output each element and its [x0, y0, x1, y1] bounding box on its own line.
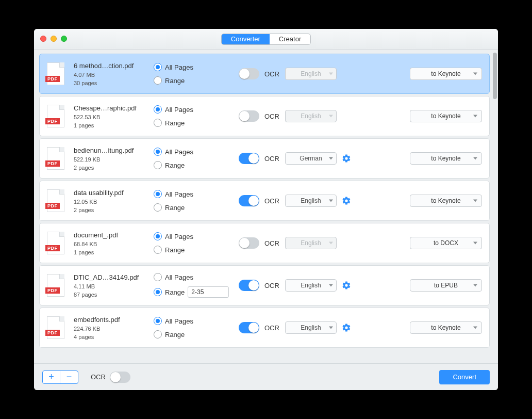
output-format-select[interactable]: to Keynote — [410, 152, 482, 165]
output-format-value: to DOCX — [434, 239, 458, 247]
output-format-select[interactable]: to Keynote — [410, 110, 482, 122]
gear-icon[interactable] — [342, 154, 351, 163]
chevron-down-icon — [329, 242, 333, 245]
remove-button[interactable]: − — [60, 371, 78, 383]
ocr-switch[interactable] — [239, 68, 259, 79]
radio-all-pages-label: All Pages — [165, 273, 193, 281]
file-row[interactable]: PDF Chesape…raphic.pdf 522.53 KB 1 pages… — [39, 96, 490, 136]
radio-range-label: Range — [165, 119, 185, 127]
footer-ocr-switch[interactable] — [110, 372, 130, 383]
file-pagecount: 4 pages — [74, 334, 154, 340]
pdf-icon: PDF — [47, 316, 64, 339]
radio-all-pages[interactable] — [154, 273, 162, 281]
radio-range-label: Range — [165, 331, 185, 339]
radio-range-label: Range — [165, 288, 185, 296]
output-format-value: to Keynote — [431, 112, 460, 120]
file-size: 4.07 MB — [74, 72, 154, 78]
file-name: DTIC_AD…34149.pdf — [74, 273, 154, 281]
radio-range[interactable] — [154, 203, 162, 212]
output-format-select[interactable]: to Keynote — [410, 195, 482, 207]
scrollbar-thumb[interactable] — [493, 53, 497, 99]
ocr-label: OCR — [264, 112, 280, 120]
radio-all-pages[interactable] — [154, 63, 162, 71]
ocr-switch[interactable] — [239, 153, 259, 164]
radio-range[interactable] — [154, 76, 162, 85]
tab-creator[interactable]: Creator — [270, 34, 310, 44]
chevron-down-icon — [329, 73, 333, 75]
ocr-language-value: English — [301, 282, 321, 289]
file-row[interactable]: PDF document_.pdf 68.84 KB 1 pages All P… — [39, 223, 490, 263]
ocr-language-select[interactable]: English — [285, 279, 337, 292]
radio-all-pages-label: All Pages — [165, 190, 193, 198]
file-row[interactable]: PDF bedienun…itung.pdf 522.19 KB 2 pages… — [39, 138, 490, 179]
pdf-icon: PDF — [47, 189, 64, 212]
add-button[interactable]: + — [43, 371, 60, 383]
output-format-select[interactable]: to Keynote — [410, 68, 482, 80]
range-input[interactable] — [188, 286, 229, 298]
file-name: Chesape…raphic.pdf — [74, 104, 154, 112]
radio-range[interactable] — [154, 288, 162, 296]
radio-range[interactable] — [154, 246, 162, 254]
ocr-language-select[interactable]: English — [285, 68, 337, 80]
chevron-down-icon — [329, 200, 333, 202]
pdf-icon: PDF — [47, 232, 64, 254]
radio-range-label: Range — [165, 246, 185, 254]
file-name: document_.pdf — [74, 231, 154, 239]
ocr-switch[interactable] — [239, 237, 259, 249]
radio-range[interactable] — [154, 330, 162, 339]
chevron-down-icon — [473, 73, 477, 75]
zoom-icon[interactable] — [61, 36, 67, 42]
ocr-controls: OCR German — [239, 152, 352, 165]
tab-converter[interactable]: Converter — [222, 34, 270, 44]
ocr-switch[interactable] — [239, 280, 259, 291]
close-icon[interactable] — [40, 36, 46, 42]
radio-all-pages[interactable] — [154, 232, 162, 240]
page-options: All Pages Range — [154, 232, 239, 254]
radio-range-label: Range — [165, 77, 185, 85]
radio-all-pages-label: All Pages — [165, 233, 193, 240]
ocr-language-select[interactable]: English — [285, 237, 337, 249]
radio-all-pages-label: All Pages — [165, 106, 193, 114]
ocr-switch[interactable] — [239, 195, 259, 206]
ocr-language-value: English — [301, 239, 321, 247]
gear-icon[interactable] — [342, 196, 351, 205]
file-list: PDF 6 method…ction.pdf 4.07 MB 30 pages … — [34, 50, 498, 363]
radio-range[interactable] — [154, 119, 162, 127]
ocr-controls: OCR English — [239, 195, 352, 207]
ocr-label: OCR — [264, 155, 280, 163]
file-name: embedfonts.pdf — [74, 316, 154, 324]
file-name: 6 method…ction.pdf — [74, 62, 154, 70]
minimize-icon[interactable] — [51, 36, 57, 42]
ocr-language-select[interactable]: English — [285, 195, 337, 207]
radio-all-pages[interactable] — [154, 317, 162, 325]
file-meta: bedienun…itung.pdf 522.19 KB 2 pages — [74, 147, 154, 171]
ocr-controls: OCR English — [239, 321, 352, 334]
radio-range[interactable] — [154, 161, 162, 169]
file-row[interactable]: PDF embedfonts.pdf 224.76 KB 4 pages All… — [39, 308, 490, 348]
radio-all-pages[interactable] — [154, 148, 162, 156]
output-format-select[interactable]: to Keynote — [410, 321, 482, 334]
ocr-language-select[interactable]: German — [285, 152, 337, 165]
ocr-label: OCR — [264, 282, 280, 289]
gear-icon[interactable] — [342, 323, 351, 332]
convert-button[interactable]: Convert — [439, 370, 490, 384]
chevron-down-icon — [329, 115, 333, 118]
ocr-switch[interactable] — [239, 322, 259, 333]
radio-range-label: Range — [165, 162, 185, 169]
file-row[interactable]: PDF DTIC_AD…34149.pdf 4.11 MB 87 pages A… — [39, 265, 490, 305]
ocr-language-select[interactable]: English — [285, 321, 337, 334]
output-format-select[interactable]: to DOCX — [410, 237, 482, 249]
output-format-select[interactable]: to EPUB — [410, 279, 482, 292]
radio-all-pages-label: All Pages — [165, 63, 193, 71]
ocr-switch[interactable] — [239, 110, 259, 122]
file-meta: Chesape…raphic.pdf 522.53 KB 1 pages — [74, 104, 154, 128]
radio-all-pages[interactable] — [154, 190, 162, 198]
file-pagecount: 1 pages — [74, 249, 154, 255]
radio-all-pages[interactable] — [154, 105, 162, 114]
file-row[interactable]: PDF 6 method…ction.pdf 4.07 MB 30 pages … — [39, 54, 490, 94]
gear-icon[interactable] — [342, 281, 351, 290]
ocr-language-select[interactable]: English — [285, 110, 337, 122]
page-options: All Pages Range — [154, 273, 239, 298]
chevron-down-icon — [473, 284, 477, 287]
file-row[interactable]: PDF data usability.pdf 12.05 KB 2 pages … — [39, 181, 490, 221]
